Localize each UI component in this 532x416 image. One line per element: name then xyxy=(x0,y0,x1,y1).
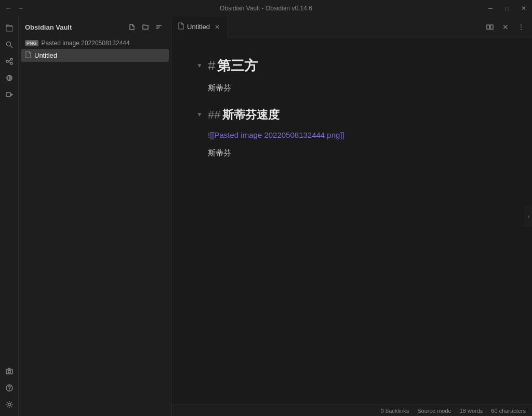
close-button[interactable]: ✕ xyxy=(520,4,528,12)
editor-area: Untitled ✕ ✕ ⋮ xyxy=(171,17,532,405)
sidebar-item-network[interactable] xyxy=(2,71,17,85)
svg-rect-19 xyxy=(487,25,489,29)
h1-paragraph: 斯蒂芬 xyxy=(208,81,507,95)
svg-point-15 xyxy=(8,404,10,406)
svg-point-4 xyxy=(10,62,12,64)
h1-section: ▼ #第三方 斯蒂芬 xyxy=(196,54,507,95)
back-button[interactable]: ← xyxy=(4,4,12,12)
sidebar-item-search[interactable] xyxy=(2,37,17,52)
svg-point-12 xyxy=(8,370,10,373)
sidebar-header: Obsidian Vault xyxy=(19,17,171,37)
title-bar: ← → Obsidian Vault - Obsidian v0.14.6 ─ … xyxy=(0,0,532,17)
fold-arrow-h1[interactable]: ▼ xyxy=(196,60,205,71)
window-controls: ─ □ ✕ xyxy=(486,4,528,12)
char-count-status: 60 characters xyxy=(491,408,526,414)
sidebar-item-tags[interactable] xyxy=(2,87,17,102)
h1-prefix: # xyxy=(208,58,215,73)
svg-line-1 xyxy=(10,46,12,48)
tab-doc-icon xyxy=(178,22,184,31)
h1-row: ▼ #第三方 xyxy=(196,54,507,77)
source-mode-status[interactable]: Source mode xyxy=(417,408,451,414)
file-name-untitled: Untitled xyxy=(34,51,57,59)
reading-view-button[interactable] xyxy=(483,20,497,34)
svg-rect-20 xyxy=(490,25,493,29)
close-editor-button[interactable]: ✕ xyxy=(499,20,512,34)
h2-paragraph: 斯蒂芬 xyxy=(208,146,507,160)
collapse-right-panel-button[interactable]: › xyxy=(525,206,532,227)
more-options-button[interactable]: ⋮ xyxy=(514,20,528,34)
sidebar-item-files[interactable] xyxy=(2,21,17,35)
tab-title: Untitled xyxy=(187,23,210,31)
word-count-status: 18 words xyxy=(460,408,483,414)
h1-text: 第三方 xyxy=(217,58,258,73)
h2-section: ▼ ##斯蒂芬速度 ![[Pasted image 20220508132444… xyxy=(196,105,507,159)
tab-close-button[interactable]: ✕ xyxy=(213,23,221,31)
backlinks-status[interactable]: 0 backlinks xyxy=(381,408,409,414)
tab-actions: ✕ ⋮ xyxy=(483,20,532,34)
svg-line-6 xyxy=(8,61,10,63)
vault-name: Obsidian Vault xyxy=(25,23,72,31)
sidebar-item-help[interactable] xyxy=(2,381,17,395)
file-doc-icon xyxy=(25,51,31,60)
new-file-button[interactable] xyxy=(126,21,138,33)
file-item-image[interactable]: PNG Pasted image 20220508132444 xyxy=(21,37,169,49)
sidebar-actions xyxy=(126,21,165,33)
title-bar-nav: ← → xyxy=(4,4,25,12)
sidebar-item-snapshot[interactable] xyxy=(2,364,17,379)
h2-text: 斯蒂芬速度 xyxy=(222,108,280,121)
editor-wrapper: Untitled ✕ ✕ ⋮ xyxy=(171,17,532,416)
main-layout: Obsidian Vault xyxy=(0,17,532,416)
svg-point-0 xyxy=(6,42,10,46)
svg-point-3 xyxy=(10,58,12,60)
tab-untitled[interactable]: Untitled ✕ xyxy=(171,17,228,37)
sidebar-item-graph[interactable] xyxy=(2,54,17,69)
sidebar: Obsidian Vault xyxy=(19,17,171,416)
file-item-untitled[interactable]: Untitled xyxy=(21,49,169,62)
minimize-button[interactable]: ─ xyxy=(486,4,495,12)
sort-button[interactable] xyxy=(153,21,165,33)
sidebar-item-settings[interactable] xyxy=(2,397,17,412)
wikilink-image[interactable]: ![[Pasted image 20220508132444.png]] xyxy=(208,131,344,139)
new-folder-button[interactable] xyxy=(140,21,151,33)
fold-arrow-h2[interactable]: ▼ xyxy=(196,109,205,120)
status-bar: 0 backlinks Source mode 18 words 60 char… xyxy=(171,405,532,416)
png-badge: PNG xyxy=(25,40,38,46)
svg-rect-10 xyxy=(6,93,10,97)
editor-content[interactable]: ▼ #第三方 斯蒂芬 ▼ ##斯蒂芬速度 xyxy=(171,37,532,405)
app-title: Obsidian Vault - Obsidian v0.14.6 xyxy=(220,5,312,12)
h2-heading: ##斯蒂芬速度 xyxy=(208,105,280,124)
h2-row: ▼ ##斯蒂芬速度 xyxy=(196,105,507,124)
activity-bar xyxy=(0,17,19,416)
svg-point-14 xyxy=(9,389,9,390)
svg-point-2 xyxy=(6,60,8,62)
tab-bar: Untitled ✕ ✕ ⋮ xyxy=(171,17,532,37)
maximize-button[interactable]: □ xyxy=(503,4,511,12)
h1-heading: #第三方 xyxy=(208,54,258,77)
file-name-image: Pasted image 20220508132444 xyxy=(42,40,130,47)
h2-prefix: ## xyxy=(208,108,220,121)
file-list: PNG Pasted image 20220508132444 Untitled xyxy=(19,37,171,416)
forward-button[interactable]: → xyxy=(17,4,25,12)
